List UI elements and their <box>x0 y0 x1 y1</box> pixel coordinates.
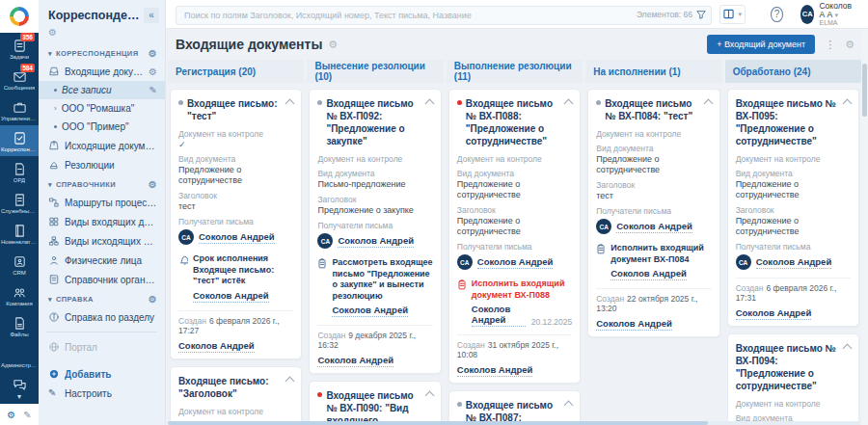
edit-pencil-icon[interactable]: ✎ <box>23 410 31 420</box>
task-assignee-link[interactable]: Соколов Андрей <box>332 305 408 317</box>
filter-funnel-icon[interactable] <box>696 10 706 19</box>
sidebar-item[interactable]: Физические лица <box>39 251 165 270</box>
help-button[interactable]: ? <box>771 7 782 22</box>
column-header[interactable]: Регистрация (20) <box>168 60 304 83</box>
person-link[interactable]: Соколов Андрей <box>616 221 692 233</box>
document-card[interactable]: Входящее письмо № ВХ-П090: "Вид входящег… <box>309 381 441 421</box>
board-settings-gear-icon[interactable]: ⚙ <box>845 39 854 51</box>
document-card[interactable]: Входящее письмо № ВХ-П088: "Предложение … <box>448 89 581 384</box>
task-assignee-link[interactable]: Соколов Андрей <box>472 304 526 327</box>
sidebar-item[interactable]: ›ООО "Ромашка" <box>39 99 165 118</box>
add-incoming-document-button[interactable]: + Входящий документ <box>707 35 815 54</box>
person-link[interactable]: Соколов Андрей <box>756 256 832 269</box>
rail-item-people[interactable]: Компания <box>0 280 39 311</box>
rail-item-note[interactable]: Служебные записки <box>0 187 39 218</box>
task-row[interactable]: Исполнить входящий документ ВХ-П088Сокол… <box>457 279 572 327</box>
creator-link[interactable]: Соколов Андрей <box>317 355 393 367</box>
sidebar-item-label: Физические лица <box>65 255 157 266</box>
task-assignee-link[interactable]: Соколов Андрей <box>193 290 269 303</box>
collapse-chevron-icon[interactable] <box>843 99 853 109</box>
sidebar-item[interactable]: ООО "Пример" <box>39 118 165 136</box>
collapse-chevron-icon[interactable] <box>703 99 713 109</box>
sidebar-item-label: Все записи <box>62 85 145 95</box>
column-header[interactable]: Обработано (24) <box>725 60 861 83</box>
sidebar-item[interactable]: Исходящие документы <box>39 136 165 155</box>
rail-item-gear[interactable]: undefinedАдминистрир... <box>0 342 39 373</box>
vertical-scrollbar-thumb[interactable] <box>862 64 867 117</box>
collapse-chevron-icon[interactable] <box>843 344 853 354</box>
collapse-chevron-icon[interactable] <box>564 401 574 411</box>
card-header: Входящее письмо: "Заголовок" <box>178 375 293 400</box>
creator-link[interactable]: Соколов Андрей <box>457 364 533 377</box>
collapse-chevron-icon[interactable] <box>424 99 434 109</box>
rail-item-document[interactable]: ОРД <box>0 156 39 187</box>
rail-item-tasks[interactable]: 356Задачи <box>0 33 39 64</box>
task-row[interactable]: Рассмотреть входящее письмо "Предложение… <box>317 257 432 317</box>
document-card[interactable]: Входящее письмо № ВХ-П087: "Предложение … <box>448 390 581 421</box>
hierarchy-icon <box>48 235 60 247</box>
creator-link[interactable]: Соколов Андрей <box>178 340 255 353</box>
sidebar-collapse-button[interactable]: « <box>144 8 159 23</box>
sidebar-item[interactable]: Маршруты процессов <box>39 193 165 212</box>
sidebar-item[interactable]: Справочник организаций <box>39 270 165 289</box>
document-card[interactable]: Входящее письмо № ВХ-П092: "Предложение … <box>309 89 441 374</box>
document-card[interactable]: Входящее письмо № ВХ-П094: "Предложение … <box>727 333 859 421</box>
sidebar-item[interactable]: Резолюции <box>39 155 165 174</box>
horizontal-scrollbar-thumb[interactable] <box>168 421 708 425</box>
collapse-chevron-icon[interactable] <box>285 376 295 385</box>
document-card[interactable]: Входящее письмо: "тест"Документ на контр… <box>170 89 302 359</box>
item-gear-icon[interactable]: ⚙ <box>149 66 157 77</box>
rail-item-book[interactable]: Номенклату... дел <box>0 218 39 249</box>
search-input[interactable] <box>176 6 712 25</box>
sidebar-item-portal[interactable]: Портал <box>39 337 165 357</box>
task-row[interactable]: Срок исполнения Входящее письмо: "тест" … <box>178 253 293 303</box>
task-row[interactable]: Исполнить входящий документ ВХ-П084Сокол… <box>596 243 711 280</box>
view-switcher-button[interactable]: ▾ <box>719 5 746 24</box>
section-gear-icon[interactable]: ⚙ <box>149 48 157 59</box>
document-card[interactable]: Входящее письмо: "Заголовок"Документ на … <box>170 366 302 422</box>
person-link[interactable]: Соколов Андрей <box>338 235 414 248</box>
field-label: Вид документа <box>457 169 572 178</box>
person-link[interactable]: Соколов Андрей <box>477 256 554 269</box>
collapse-chevron-icon[interactable] <box>285 99 295 109</box>
sidebar-item[interactable]: Справка по разделу <box>39 307 165 327</box>
book-icon <box>13 224 27 238</box>
rail-item-contact-card[interactable]: CRM <box>0 250 39 280</box>
page-settings-gear-icon[interactable]: ⚙ <box>328 39 338 51</box>
collapse-chevron-icon[interactable] <box>564 99 574 109</box>
person-link[interactable]: Соколов Андрей <box>199 231 275 244</box>
workspace-gear-icon[interactable]: ⚙ <box>48 27 57 38</box>
settings-gear-icon[interactable]: ⚙ <box>7 410 15 420</box>
column-header[interactable]: На исполнении (1) <box>585 60 721 83</box>
sidebar-item[interactable]: Виды исходящих документов <box>39 231 165 251</box>
sidebar-add-button[interactable]: Добавить <box>39 364 165 384</box>
item-pencil-icon[interactable]: ✎ <box>149 85 157 95</box>
section-gear-icon[interactable]: ⚙ <box>149 294 157 305</box>
creator-link[interactable]: Соколов Андрей <box>736 307 812 320</box>
card-header: Входящее письмо № ВХ-П084: "тест" <box>596 97 711 122</box>
sidebar-item[interactable]: Виды входящих документов <box>39 212 165 231</box>
document-card[interactable]: Входящее письмо № ВХ-П084: "тест"Докумен… <box>587 89 719 337</box>
document-card[interactable]: Входящее письмо № ВХ-П095: "Предложение … <box>727 89 859 327</box>
sidebar-section-header[interactable]: ▾СПРАВКА⚙ <box>39 289 165 307</box>
column-header[interactable]: Вынесение резолюции (10) <box>307 60 443 83</box>
creator-link[interactable]: Соколов Андрей <box>596 318 672 331</box>
user-menu[interactable]: CA Соколов А А ▾ ELMA <box>800 2 858 26</box>
sidebar-section-header[interactable]: ▾КОРРЕСПОНДЕНЦИЯ⚙ <box>39 43 165 62</box>
rail-item-briefcase[interactable]: Управление договорами <box>0 94 39 125</box>
task-assignee-link[interactable]: Соколов Андрей <box>610 268 687 280</box>
collapse-chevron-icon[interactable] <box>424 391 434 401</box>
sidebar-configure-button[interactable]: ✎Настроить <box>39 384 165 403</box>
kebab-menu-icon[interactable]: ⋮ <box>825 39 835 51</box>
rail-more-button[interactable]: ▾ <box>0 392 39 404</box>
elma-logo-icon[interactable] <box>10 7 29 26</box>
rail-item-messages[interactable]: 584Сообщения <box>0 64 39 94</box>
sidebar-item[interactable]: Все записи✎ <box>39 81 165 99</box>
column-header[interactable]: Выполнение резолюции (11) <box>447 60 583 83</box>
sidebar-item[interactable]: Входящие документы⚙ <box>39 62 165 81</box>
section-gear-icon[interactable]: ⚙ <box>149 179 157 190</box>
rail-item-doc-check[interactable]: Корреспонд... <box>0 125 39 156</box>
rail-item-file[interactable]: Файлы <box>0 311 39 342</box>
divider <box>46 332 157 332</box>
sidebar-section-header[interactable]: ▾СПРАВОЧНИКИ⚙ <box>39 174 165 193</box>
